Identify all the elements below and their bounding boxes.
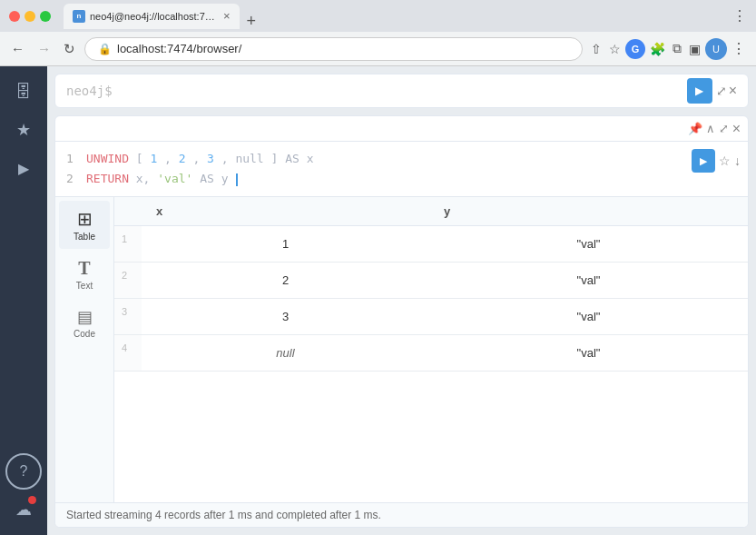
row-number: 4: [114, 335, 142, 372]
results-table: x y 11"val"22"val"33"val"4null"val": [114, 197, 748, 372]
status-message: Started streaming 4 records after 1 ms a…: [66, 509, 381, 521]
col-rownum: [114, 197, 142, 226]
database-icon: 🗄: [15, 83, 32, 102]
line-num-1: 1: [66, 149, 77, 169]
table-view-icon: ⊞: [77, 208, 93, 230]
share-icon[interactable]: ⇧: [588, 39, 604, 59]
cell-y: "val": [429, 226, 748, 263]
sidebar-item-database[interactable]: 🗄: [5, 74, 42, 110]
query-run-button[interactable]: ▶: [687, 78, 712, 104]
view-btn-table[interactable]: ⊞ Table: [59, 201, 110, 249]
row-number: 3: [114, 299, 142, 335]
result-panel: 📌 ∧ ⤢ × ▶ ☆ ↓ 1 UNWIND [ 1: [54, 115, 749, 528]
tab-close-btn[interactable]: ×: [223, 9, 231, 23]
cell-y: "val": [429, 335, 748, 372]
extensions-icon[interactable]: 🧩: [647, 39, 668, 59]
traffic-light-green[interactable]: [40, 11, 51, 22]
row-number: 2: [114, 263, 142, 299]
bookmark-icon[interactable]: ☆: [606, 39, 623, 59]
monitor-icon: ▶: [18, 160, 29, 177]
close-result-button[interactable]: ×: [732, 121, 741, 137]
query-bar: neo4j$ ▶ ⤢ ×: [54, 74, 749, 108]
cell-y: "val": [429, 299, 748, 335]
main-content: neo4j$ ▶ ⤢ × 📌 ∧ ⤢ × ▶ ☆ ↓ 1: [47, 66, 756, 535]
line-content-2: RETURN x, 'val' AS y: [86, 169, 238, 189]
reload-button[interactable]: ↻: [60, 37, 79, 61]
app-body: 🗄 ★ ▶ ? ☁ neo4j$ ▶ ⤢ × 📌: [0, 66, 756, 535]
sidebar-item-help[interactable]: ?: [5, 453, 42, 490]
code-editor: ▶ ☆ ↓ 1 UNWIND [ 1 , 2 , 3 ,: [55, 142, 748, 197]
forward-button[interactable]: →: [34, 37, 54, 60]
view-and-table: ⊞ Table T Text ▤ Code: [55, 197, 748, 502]
table-row: 11"val": [114, 226, 748, 263]
cell-y: "val": [429, 263, 748, 299]
collapse-button[interactable]: ∧: [706, 122, 715, 135]
active-tab[interactable]: n neo4j@neo4j://localhost:7687/ ×: [64, 4, 240, 29]
col-x: x: [142, 197, 429, 226]
pin-button[interactable]: 📌: [688, 122, 702, 135]
google-icon[interactable]: G: [625, 39, 645, 59]
table-view-label: Table: [74, 232, 95, 242]
more-button[interactable]: ⋮: [729, 37, 749, 60]
address-input[interactable]: 🔒 localhost:7474/browser/: [84, 37, 583, 61]
toolbar-icons: ⇧ ☆ G 🧩 ⧉ ▣ U ⋮: [588, 37, 749, 60]
cell-x: 1: [142, 226, 429, 263]
cell-x: null: [142, 335, 429, 372]
view-btn-code[interactable]: ▤ Code: [59, 300, 110, 346]
traffic-light-red[interactable]: [9, 11, 20, 22]
sidebar-toggle-icon[interactable]: ▣: [686, 39, 703, 59]
run-code-button[interactable]: ▶: [692, 149, 715, 173]
table-area: x y 11"val"22"val"33"val"4null"val": [114, 197, 748, 502]
cloud-error-badge: [28, 496, 36, 504]
address-text: localhost:7474/browser/: [117, 42, 241, 55]
sidebar: 🗄 ★ ▶ ? ☁: [0, 66, 47, 535]
row-number: 1: [114, 226, 142, 263]
table-row: 33"val": [114, 299, 748, 335]
text-view-icon: T: [78, 258, 90, 279]
cell-x: 3: [142, 299, 429, 335]
help-icon: ?: [20, 463, 28, 480]
tab-title: neo4j@neo4j://localhost:7687/: [90, 11, 217, 22]
view-btn-text[interactable]: T Text: [59, 251, 110, 298]
line-content-1: UNWIND [ 1 , 2 , 3 , null ] AS x: [86, 149, 314, 169]
cell-x: 2: [142, 263, 429, 299]
view-selector: ⊞ Table T Text ▤ Code: [55, 197, 114, 502]
editor-line-2: 2 RETURN x, 'val' AS y: [66, 169, 737, 189]
result-toolbar: 📌 ∧ ⤢ ×: [55, 116, 748, 142]
favorite-code-button[interactable]: ☆: [719, 149, 731, 173]
table-row: 22"val": [114, 263, 748, 299]
back-button[interactable]: ←: [7, 37, 28, 60]
browser-chrome: n neo4j@neo4j://localhost:7687/ × + ⋮: [0, 0, 756, 32]
sidebar-item-cloud[interactable]: ☁: [5, 491, 42, 528]
expand-editor-button[interactable]: ⤢: [716, 84, 727, 98]
sidebar-item-monitor[interactable]: ▶: [5, 150, 42, 186]
user-avatar[interactable]: U: [705, 38, 727, 60]
new-tab-button[interactable]: +: [241, 13, 262, 29]
editor-actions: ▶ ☆ ↓: [692, 149, 741, 173]
browser-menu-button[interactable]: ⋮: [732, 7, 747, 25]
col-y: y: [429, 197, 748, 226]
profile-icon[interactable]: ⧉: [670, 38, 684, 59]
code-view-icon: ▤: [77, 307, 93, 327]
status-bar: Started streaming 4 records after 1 ms a…: [55, 502, 748, 527]
traffic-light-yellow[interactable]: [25, 11, 35, 22]
download-code-button[interactable]: ↓: [734, 149, 741, 173]
sidebar-item-favorites[interactable]: ★: [5, 112, 42, 148]
code-view-label: Code: [74, 329, 95, 339]
query-prompt: neo4j$: [66, 84, 687, 98]
star-icon: ★: [16, 120, 31, 140]
text-view-label: Text: [76, 281, 93, 291]
expand-button[interactable]: ⤢: [719, 122, 729, 135]
tab-bar: n neo4j@neo4j://localhost:7687/ × +: [64, 4, 727, 29]
traffic-lights: [9, 11, 51, 22]
line-num-2: 2: [66, 169, 77, 189]
address-bar: ← → ↻ 🔒 localhost:7474/browser/ ⇧ ☆ G 🧩 …: [0, 32, 756, 66]
table-row: 4null"val": [114, 335, 748, 372]
editor-line-1: 1 UNWIND [ 1 , 2 , 3 , null ] AS x: [66, 149, 737, 169]
close-editor-button[interactable]: ×: [729, 83, 737, 99]
security-icon: 🔒: [98, 43, 112, 55]
tab-favicon: n: [73, 10, 85, 23]
